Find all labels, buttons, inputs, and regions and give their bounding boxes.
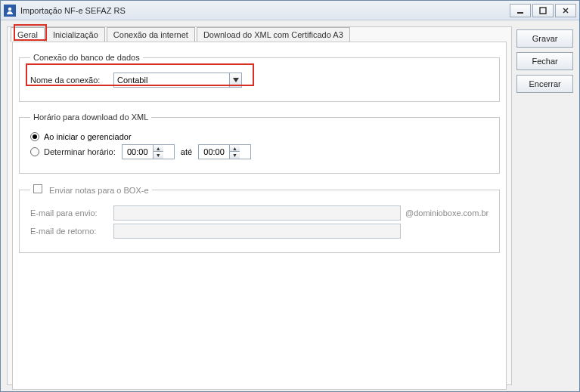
spin-down-icon[interactable]: ▼ xyxy=(154,152,163,159)
minimize-button[interactable] xyxy=(510,4,531,17)
fechar-button[interactable]: Fechar xyxy=(516,52,573,70)
main-panel: Geral Inicialização Conexão da internet … xyxy=(7,26,512,385)
ate-label: até xyxy=(181,147,192,156)
email-retorno-input xyxy=(113,224,401,239)
close-button[interactable] xyxy=(555,4,576,17)
side-buttons: Gravar Fechar Encerrar xyxy=(516,26,573,385)
email-domain-suffix: @dominioboxe.com.br xyxy=(405,208,489,218)
radio-start-label: Ao iniciar o gerenciador xyxy=(44,132,132,141)
time-to-input[interactable] xyxy=(199,145,229,159)
maximize-button[interactable] xyxy=(532,4,554,17)
db-connection-label: Nome da conexão: xyxy=(30,76,113,85)
app-icon xyxy=(4,5,16,17)
group-boxe-legend: Enviar notas para o BOX-e xyxy=(30,184,152,195)
svg-point-0 xyxy=(8,7,11,10)
titlebar: Importação NF-e SEFAZ RS xyxy=(1,1,579,20)
app-window: Importação NF-e SEFAZ RS Geral Inicializ… xyxy=(0,0,580,392)
tab-body: Conexão do banco de dados Nome da conexã… xyxy=(12,42,507,390)
group-schedule: Horário para download do XML Ao iniciar … xyxy=(19,113,500,174)
gravar-button[interactable]: Gravar xyxy=(516,29,573,48)
radio-set-time[interactable] xyxy=(30,147,39,156)
window-title: Importação NF-e SEFAZ RS xyxy=(20,6,126,15)
boxe-checkbox[interactable] xyxy=(33,184,42,193)
db-connection-combo[interactable] xyxy=(113,73,242,88)
spin-up-icon[interactable]: ▲ xyxy=(230,145,240,152)
time-from-field[interactable]: ▲▼ xyxy=(122,144,175,159)
time-from-input[interactable] xyxy=(123,145,153,159)
radio-set-time-label: Determinar horário: xyxy=(44,147,116,156)
tab-inicializacao[interactable]: Inicialização xyxy=(46,27,105,42)
svg-rect-1 xyxy=(517,12,523,14)
spin-up-icon[interactable]: ▲ xyxy=(154,145,163,152)
email-retorno-label: E-mail de retorno: xyxy=(30,227,113,236)
db-connection-input[interactable] xyxy=(114,73,229,87)
boxe-legend-text: Enviar notas para o BOX-e xyxy=(49,186,148,195)
tab-download-xml[interactable]: Download do XML com Certificado A3 xyxy=(197,27,350,42)
group-db-legend: Conexão do banco de dados xyxy=(30,53,143,62)
time-to-field[interactable]: ▲▼ xyxy=(198,144,251,159)
tab-strip: Geral Inicialização Conexão da internet … xyxy=(11,26,514,42)
email-envio-label: E-mail para envio: xyxy=(30,208,113,218)
spin-down-icon[interactable]: ▼ xyxy=(230,152,240,159)
group-boxe: Enviar notas para o BOX-e E-mail para en… xyxy=(19,184,500,253)
svg-rect-2 xyxy=(540,8,546,14)
email-envio-input xyxy=(113,205,401,221)
chevron-down-icon[interactable] xyxy=(229,73,241,87)
tab-geral[interactable]: Geral xyxy=(11,27,45,42)
group-db-connection: Conexão do banco de dados Nome da conexã… xyxy=(19,53,500,102)
tab-conexao-internet[interactable]: Conexão da internet xyxy=(107,27,195,42)
encerrar-button[interactable]: Encerrar xyxy=(516,75,573,93)
group-schedule-legend: Horário para download do XML xyxy=(30,113,151,122)
radio-start-manager[interactable] xyxy=(30,132,39,141)
